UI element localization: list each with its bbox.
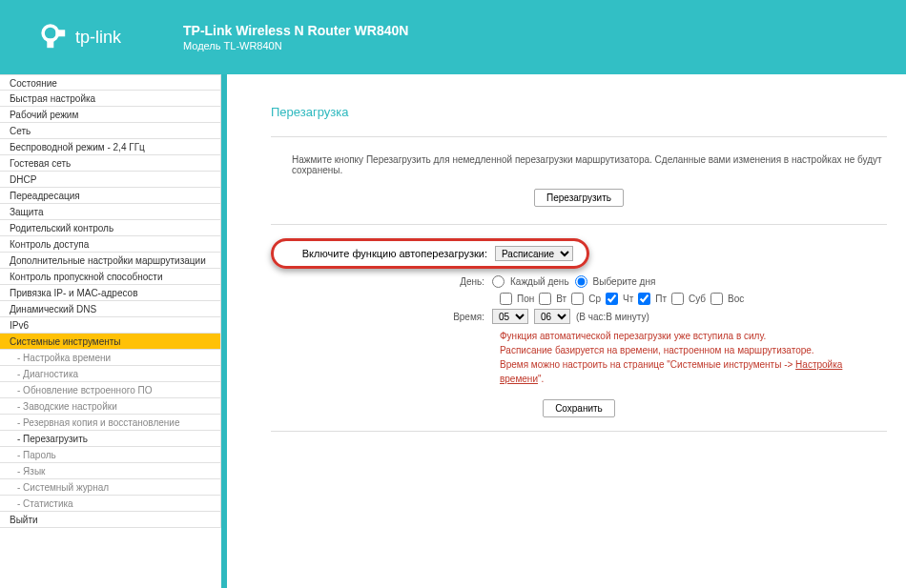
sidebar-item-status[interactable]: Состояние [0, 74, 221, 91]
sidebar-item-routing[interactable]: Дополнительные настройки маршрутизации [0, 253, 221, 269]
day-sat-label: Суб [689, 294, 706, 304]
days-checkbox-row: Пон Вт Ср Чт Пт Суб Вос [500, 293, 887, 305]
sidebar-sub-backup[interactable]: - Резервная копия и восстановление [0, 415, 221, 431]
sidebar-sub-firmware[interactable]: - Обновление встроенного ПО [0, 382, 221, 398]
day-select-radio[interactable] [575, 275, 587, 288]
svg-point-0 [43, 26, 57, 40]
sidebar-item-bandwidth[interactable]: Контроль пропускной способности [0, 269, 221, 285]
page-title: Перезагрузка [271, 105, 887, 119]
sidebar-item-exit[interactable]: Выйти [0, 512, 221, 528]
time-hint: (В час:В минуту) [576, 312, 649, 322]
sidebar-sub-diag[interactable]: - Диагностика [0, 366, 221, 382]
sidebar-item-ddns[interactable]: Динамический DNS [0, 301, 221, 317]
day-wed-checkbox[interactable] [571, 293, 584, 305]
warn-line-1: Функция автоматической перезагрузки уже … [500, 329, 887, 343]
brand-text: tp-link [75, 28, 121, 48]
sidebar-item-parental[interactable]: Родительский контроль [0, 220, 221, 236]
svg-rect-2 [55, 30, 65, 36]
warning-text: Функция автоматической перезагрузки уже … [500, 329, 887, 386]
sidebar: Состояние Быстрая настройка Рабочий режи… [0, 74, 221, 588]
sidebar-item-forwarding[interactable]: Переадресация [0, 188, 221, 204]
svg-rect-1 [47, 38, 53, 48]
day-tue-checkbox[interactable] [539, 293, 551, 305]
time-label: Время: [271, 312, 492, 322]
sidebar-item-quicksetup[interactable]: Быстрая настройка [0, 91, 221, 107]
brand-logo: tp-link [41, 24, 179, 51]
sidebar-sub-password[interactable]: - Пароль [0, 447, 221, 463]
sidebar-item-network[interactable]: Сеть [0, 123, 221, 139]
divider [271, 224, 887, 225]
sidebar-item-access[interactable]: Контроль доступа [0, 236, 221, 253]
reboot-button[interactable]: Перезагрузить [534, 189, 624, 207]
sidebar-item-systemtools[interactable]: Системные инструменты [0, 334, 221, 350]
divider [271, 431, 887, 432]
sidebar-sub-stats[interactable]: - Статистика [0, 496, 221, 512]
day-fri-checkbox[interactable] [638, 293, 650, 305]
day-wed-label: Ср [588, 294, 601, 304]
time-hour-select[interactable]: 05 [492, 309, 528, 324]
divider [271, 136, 887, 137]
sidebar-sub-reboot[interactable]: - Перезагрузить [0, 431, 221, 447]
enable-autoreboot-label: Включите функцию автоперезагрузки: [283, 248, 495, 259]
sidebar-item-ipv6[interactable]: IPv6 [0, 317, 221, 334]
day-mon-checkbox[interactable] [500, 293, 512, 305]
sidebar-sub-syslog[interactable]: - Системный журнал [0, 479, 221, 496]
save-button[interactable]: Сохранить [543, 399, 615, 417]
day-fri-label: Пт [655, 294, 667, 304]
sidebar-item-guest[interactable]: Гостевая сеть [0, 155, 221, 172]
sidebar-sub-factory[interactable]: - Заводские настройки [0, 398, 221, 415]
autoreboot-mode-select[interactable]: Расписание [495, 246, 573, 261]
header-title: TP-Link Wireless N Router WR840N Модель … [183, 23, 408, 51]
day-mon-label: Пон [517, 294, 534, 304]
day-sun-label: Вос [728, 294, 744, 304]
warn-line-3: Время можно настроить на странице "Систе… [500, 357, 887, 386]
info-text: Нажмите кнопку Перезагрузить для немедле… [292, 154, 887, 175]
sidebar-item-dhcp[interactable]: DHCP [0, 172, 221, 188]
product-title: TP-Link Wireless N Router WR840N [183, 23, 408, 38]
sidebar-item-ipmac[interactable]: Привязка IP- и MAC-адресов [0, 285, 221, 301]
app-header: tp-link TP-Link Wireless N Router WR840N… [0, 0, 906, 74]
day-everyday-radio[interactable] [492, 275, 504, 288]
sidebar-item-security[interactable]: Защита [0, 204, 221, 220]
day-sat-checkbox[interactable] [671, 293, 684, 305]
sidebar-sub-language[interactable]: - Язык [0, 463, 221, 479]
day-select-label: Выберите дня [593, 276, 656, 287]
day-sun-checkbox[interactable] [710, 293, 723, 305]
day-label: День: [271, 276, 492, 287]
day-thu-label: Чт [623, 294, 633, 304]
highlight-annotation: Включите функцию автоперезагрузки: Распи… [271, 238, 589, 269]
day-tue-label: Вт [556, 294, 566, 304]
warn-line-2: Расписание базируется на времени, настро… [500, 343, 887, 357]
day-everyday-label: Каждый день [510, 276, 569, 287]
tplink-logo-icon [41, 24, 68, 51]
sidebar-item-wireless[interactable]: Беспроводной режим - 2,4 ГГц [0, 139, 221, 155]
time-minute-select[interactable]: 06 [534, 309, 570, 324]
sidebar-sub-time[interactable]: - Настройка времени [0, 350, 221, 366]
sidebar-item-mode[interactable]: Рабочий режим [0, 107, 221, 123]
main-content: Перезагрузка Нажмите кнопку Перезагрузит… [227, 74, 906, 588]
day-thu-checkbox[interactable] [606, 293, 618, 305]
product-model: Модель TL-WR840N [183, 40, 408, 51]
